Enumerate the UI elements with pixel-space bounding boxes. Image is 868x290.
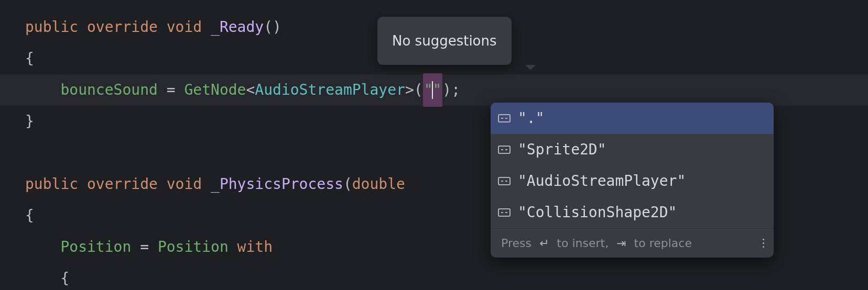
svg-rect-3 xyxy=(498,146,510,153)
keyword: override xyxy=(87,12,158,43)
svg-rect-0 xyxy=(498,115,510,122)
code-editor[interactable]: public override void _Ready() { bounceSo… xyxy=(0,0,868,290)
brace: { xyxy=(25,200,34,231)
completion-item[interactable]: "Sprite2D" xyxy=(491,134,774,165)
brace: { xyxy=(60,263,69,290)
svg-rect-6 xyxy=(498,177,510,185)
tooltip-text: No suggestions xyxy=(392,33,497,49)
completion-item[interactable]: "AudioStreamPlayer" xyxy=(491,165,774,197)
angle-bracket: > xyxy=(405,74,414,106)
completion-footer: Press ↵ to insert, ⇥ to replace xyxy=(491,228,774,258)
open-paren: ( xyxy=(414,74,423,106)
keyword: public xyxy=(25,169,78,200)
identifier: Position xyxy=(158,231,229,263)
no-suggestions-tooltip: No suggestions xyxy=(377,17,512,65)
svg-rect-9 xyxy=(498,209,510,216)
enter-key-icon: ↵ xyxy=(539,228,549,258)
completion-item-label: "Sprite2D" xyxy=(518,134,606,165)
operator: = xyxy=(167,74,176,106)
type-keyword: double xyxy=(352,169,405,200)
tab-key-icon: ⇥ xyxy=(616,228,626,258)
keyword: override xyxy=(87,169,158,200)
angle-bracket: < xyxy=(246,74,255,106)
type-name: AudioStreamPlayer xyxy=(255,74,405,106)
code-line-current[interactable]: bounceSound = GetNode<AudioStreamPlayer>… xyxy=(0,74,868,106)
completion-item[interactable]: "." xyxy=(491,103,774,134)
code-line: { xyxy=(0,263,868,290)
completion-item-icon xyxy=(498,208,511,217)
string-quote-open: " xyxy=(424,81,433,98)
completion-item-label: "CollisionShape2D" xyxy=(518,197,677,228)
keyword: public xyxy=(25,12,78,43)
keyword: with xyxy=(237,231,273,263)
brace: } xyxy=(25,106,34,137)
method-call: GetNode xyxy=(184,74,246,106)
completion-item-icon xyxy=(498,114,511,123)
completion-item-label: "." xyxy=(518,103,545,134)
string-quote-close: " xyxy=(432,81,441,98)
operator: = xyxy=(140,231,149,263)
footer-replace-label: to replace xyxy=(634,228,692,258)
method-name: _Ready xyxy=(211,12,264,43)
keyword: void xyxy=(167,169,202,200)
completion-popup[interactable]: "." "Sprite2D" "AudioStreamPlayer" "Coll… xyxy=(491,103,774,258)
cursor-position[interactable]: "" xyxy=(423,73,443,107)
completion-item-icon xyxy=(498,176,511,186)
method-name: _PhysicsProcess xyxy=(211,169,343,200)
footer-hint: Press ↵ to insert, ⇥ to replace xyxy=(501,228,692,258)
completion-item-icon xyxy=(498,145,511,154)
text-caret xyxy=(432,81,433,99)
footer-press-label: Press xyxy=(501,228,531,258)
completion-item[interactable]: "CollisionShape2D" xyxy=(491,197,774,228)
close-paren-semi: ); xyxy=(442,74,460,106)
open-paren: ( xyxy=(343,169,352,200)
identifier: bounceSound xyxy=(60,74,157,106)
footer-insert-label: to insert, xyxy=(557,228,609,258)
brace: { xyxy=(25,43,34,74)
parentheses: () xyxy=(264,12,281,43)
identifier: Position xyxy=(60,231,131,263)
more-options-icon[interactable] xyxy=(763,239,764,248)
keyword: void xyxy=(167,12,202,43)
completion-item-label: "AudioStreamPlayer" xyxy=(518,165,686,197)
